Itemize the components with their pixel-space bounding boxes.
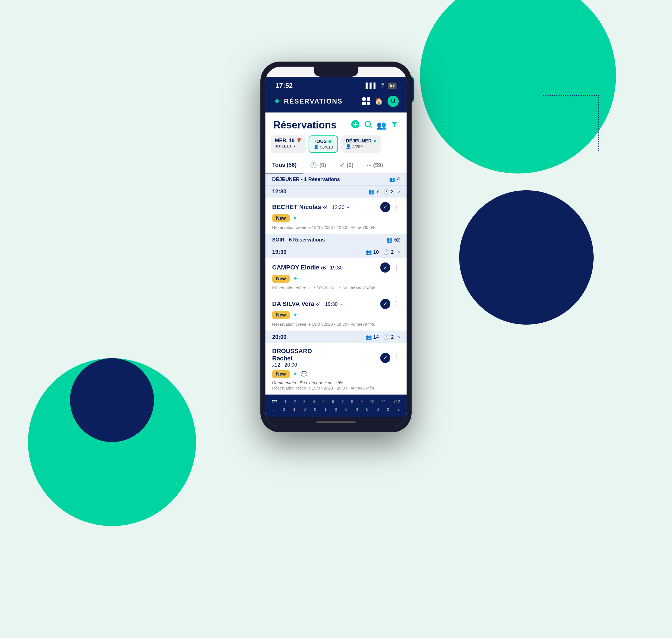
grid-icon[interactable] xyxy=(362,97,370,105)
broussard-more[interactable]: ⋮ xyxy=(394,354,400,362)
dasilva-more[interactable]: ⋮ xyxy=(394,300,400,307)
nav-num-8[interactable]: 8 xyxy=(351,399,353,404)
soir-guests-icon: 👥 xyxy=(387,237,393,243)
count-0-1: 0 xyxy=(283,407,285,412)
search-button[interactable] xyxy=(364,120,373,131)
nav-num-2[interactable]: 2 xyxy=(294,399,296,404)
title-actions: 👥 xyxy=(351,120,399,131)
dasilva-status[interactable]: ✓ xyxy=(380,299,390,309)
nav-num-9[interactable]: 9 xyxy=(360,399,363,404)
filter-row: MER. 19 📅 JUILLET › TOUS xyxy=(265,135,407,157)
person-icon-dej: 👤 xyxy=(346,144,351,149)
time-slot-2000[interactable]: 20:00 👥 14 🕐 2 › xyxy=(265,331,407,343)
broussard-status[interactable]: ✓ xyxy=(380,353,390,363)
count-0-12: 2 xyxy=(397,407,399,412)
tab-tous[interactable]: Tous (56) xyxy=(265,157,303,173)
bechet-status[interactable]: ✓ xyxy=(380,202,390,212)
nav-num-1[interactable]: 1 xyxy=(284,399,286,404)
bg-circle-dark-right xyxy=(459,190,594,324)
broussard-meta: Réservation créée le 19/07/2023 - 20:00 … xyxy=(272,385,400,391)
dejeuner-total: 4 xyxy=(397,177,400,182)
bechet-more[interactable]: ⋮ xyxy=(394,203,400,211)
broussard-tags: New ✦ 💬 xyxy=(272,370,400,378)
tab-pending[interactable]: 🕐 (0) xyxy=(303,157,333,173)
date-month: JUILLET xyxy=(275,144,292,148)
reservation-broussard: BROUSSARDRachel x12 20:00 - ✓ ⋮ New ✦ 💬 xyxy=(265,343,407,394)
broussard-tag-chat: 💬 xyxy=(300,371,308,377)
bechet-top: BECHET Nicolas x4 12:30 - ✓ ⋮ xyxy=(272,202,400,212)
clock-1230: 🕐 2 xyxy=(383,189,394,195)
campoy-tag-new: New xyxy=(272,275,290,283)
campoy-tags: New ✦ xyxy=(272,275,400,283)
hash-symbol: # xyxy=(273,407,275,412)
broussard-tag-star: ✦ xyxy=(293,370,298,378)
soir-total: 52 xyxy=(394,237,400,243)
nav-num-10[interactable]: 10 xyxy=(370,399,374,404)
time-slot-1930[interactable]: 19:30 👥 10 🕐 2 › xyxy=(265,246,407,258)
add-button[interactable] xyxy=(351,120,360,131)
svg-line-18 xyxy=(370,126,372,128)
broussard-top: BROUSSARDRachel x12 20:00 - ✓ ⋮ xyxy=(272,348,400,368)
section-soir-title: SOIR - 6 Réservations xyxy=(272,237,325,243)
tab-confirmed[interactable]: ✔ (0) xyxy=(333,157,360,173)
phone-screen: 17:52 ▌▌▌ 57 xyxy=(265,67,407,427)
dasilva-top: DA SILVA Vera x4 19:30 - ✓ ⋮ xyxy=(272,299,400,309)
app-title: RÉSERVATIONS xyxy=(284,97,342,105)
broussard-name: BROUSSARDRachel xyxy=(272,348,312,362)
nav-num-6[interactable]: 6 xyxy=(332,399,334,404)
dasilva-tag-star: ✦ xyxy=(293,312,298,319)
filter-tous[interactable]: TOUS 👤 56/610 xyxy=(309,135,338,153)
nav-table-icon[interactable]: 🍽 xyxy=(272,399,277,404)
time-slot-2000-info: 👥 14 🕐 2 › xyxy=(366,334,400,340)
tous-label: TOUS xyxy=(314,139,327,145)
tab-pending-label: (0) xyxy=(319,162,326,168)
campoy-more[interactable]: ⋮ xyxy=(394,264,400,271)
count-0-8: 0 xyxy=(356,407,358,412)
nav-num-5[interactable]: 5 xyxy=(322,399,325,404)
person-button[interactable]: 👥 xyxy=(377,121,387,130)
bottom-numbers-row: # 0 1 0 0 1 0 0 0 0 0 0 2 xyxy=(268,407,404,412)
time-1930: 19:30 xyxy=(272,249,286,255)
nav-num-7[interactable]: 7 xyxy=(341,399,344,404)
tab-more[interactable]: ··· (59) xyxy=(360,157,390,173)
filter-button[interactable] xyxy=(390,120,399,130)
bottom-nav: 🍽 1 2 3 4 5 6 7 8 9 10 11 +12 xyxy=(265,394,407,417)
bg-circle-top-right xyxy=(420,0,616,173)
clock-2000: 🕐 2 xyxy=(383,334,394,340)
user-avatar[interactable]: U xyxy=(388,96,399,107)
dejeuner-count: 4/290 xyxy=(352,144,363,149)
campoy-status[interactable]: ✓ xyxy=(380,263,390,272)
page-title: Réservations xyxy=(273,119,337,131)
section-soir: SOIR - 6 Réservations 👥 52 xyxy=(265,234,407,246)
date-chip[interactable]: MER. 19 📅 JUILLET › xyxy=(271,135,306,153)
guests-icon: 👥 xyxy=(389,176,395,182)
nav-num-3[interactable]: 3 xyxy=(303,399,306,404)
home-indicator xyxy=(265,417,407,427)
home-icon[interactable]: 🏠 xyxy=(375,97,383,105)
tous-count: 56/610 xyxy=(320,145,333,149)
nav-num-11[interactable]: 11 xyxy=(382,399,386,404)
app-logo: ✦ RÉSERVATIONS xyxy=(273,97,342,106)
arrow-icon: › xyxy=(294,144,295,148)
bottom-nav-icons: 🍽 1 2 3 4 5 6 7 8 9 10 11 +12 xyxy=(268,399,404,404)
tab-more-label: ··· (59) xyxy=(367,162,383,168)
dasilva-tags: New ✦ xyxy=(272,311,400,319)
dejeuner-label: DÉJEUNER xyxy=(346,138,372,144)
count-0-3: 0 xyxy=(304,407,306,412)
nav-num-12plus[interactable]: +12 xyxy=(393,399,400,404)
battery-icon: 57 xyxy=(388,83,396,89)
section-dejeuner-count: 👥 4 xyxy=(389,176,400,182)
person-icon-sm: 👤 xyxy=(314,145,319,149)
time-slot-1930-info: 👥 10 🕐 2 › xyxy=(366,249,400,255)
count-0-11: 0 xyxy=(387,407,389,412)
filter-dejeuner[interactable]: DÉJEUNER 👤 4/290 xyxy=(341,135,381,153)
time-slot-1230[interactable]: 12:30 👥 7 🕐 2 › xyxy=(265,185,407,198)
reservation-campoy: CAMPOY Elodie x6 19:30 - ✓ ⋮ New ✦ Réser… xyxy=(265,258,407,295)
phone-wrapper: 17:52 ▌▌▌ 57 xyxy=(260,62,412,432)
dasilva-info: DA SILVA Vera x4 19:30 - xyxy=(272,300,342,307)
svg-marker-19 xyxy=(391,122,398,127)
nav-num-4[interactable]: 4 xyxy=(313,399,315,404)
status-bar: 17:52 ▌▌▌ 57 xyxy=(265,77,407,93)
home-bar xyxy=(316,421,356,423)
section-dejeuner-title: DÉJEUNER - 1 Réservations xyxy=(272,177,340,182)
